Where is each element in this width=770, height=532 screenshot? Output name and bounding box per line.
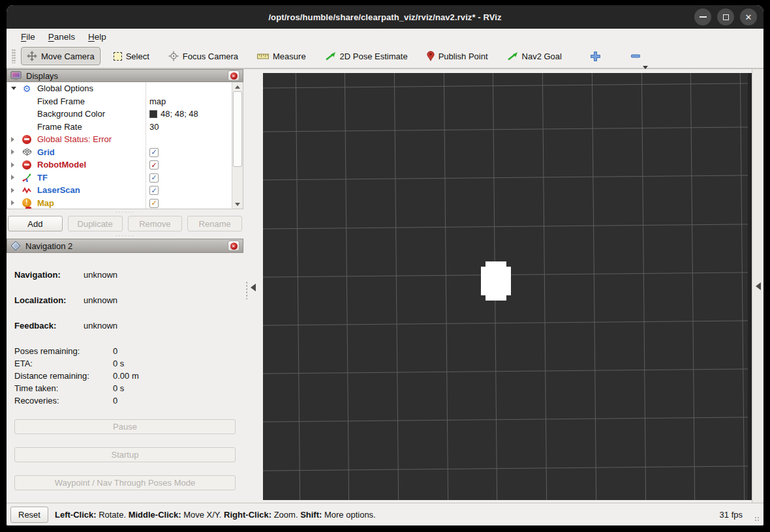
error-icon: [22, 160, 32, 170]
maximize-button[interactable]: [717, 8, 734, 25]
mouse-hints: Left-Click: Rotate. Middle-Click: Move X…: [55, 510, 720, 520]
scroll-down-arrow-icon[interactable]: [232, 200, 243, 209]
stat-row: ETA: 0 s: [14, 357, 236, 370]
tool-measure[interactable]: Measure: [251, 48, 312, 65]
tree-row-global-status[interactable]: Global Status: Error: [7, 133, 243, 146]
background-color-value[interactable]: 48; 48; 48: [149, 109, 198, 119]
nav-status-row: Localization: unknown: [14, 294, 236, 306]
minimize-button[interactable]: [694, 8, 711, 25]
waypoint-mode-button: Waypoint / Nav Through Poses Mode: [14, 475, 236, 490]
tree-row-laserscan[interactable]: LaserScan ✓: [7, 184, 243, 197]
toolbar: Move Camera Select Focus Camera: [7, 44, 763, 69]
displays-panel-header[interactable]: Displays ✕: [7, 69, 243, 82]
reset-button[interactable]: Reset: [10, 507, 48, 523]
nav-stats-block: Poses remaining: 0 ETA: 0 s Distance rem…: [14, 345, 236, 407]
tf-axes-icon: [22, 173, 32, 182]
tool-focus-camera[interactable]: Focus Camera: [162, 47, 244, 65]
tree-row-grid[interactable]: Grid ✓: [7, 146, 243, 159]
map-checkbox[interactable]: ✓: [149, 199, 159, 208]
menubar: File Panels Help: [7, 29, 763, 44]
collapse-left-arrow-icon[interactable]: [251, 284, 256, 291]
tree-row-tf[interactable]: TF ✓: [7, 171, 243, 185]
tool-publish-point[interactable]: Publish Point: [421, 47, 494, 65]
expand-arrow-icon[interactable]: [11, 162, 16, 168]
panel-viewport-splitter[interactable]: [243, 69, 263, 503]
add-tool-button[interactable]: [584, 47, 607, 66]
displays-monitor-icon: [10, 71, 22, 81]
stat-row: Poses remaining: 0: [14, 345, 236, 357]
menu-panels[interactable]: Panels: [42, 31, 82, 43]
stat-row: Recoveries: 0: [14, 394, 236, 407]
collapse-arrow-icon[interactable]: [11, 87, 16, 90]
tree-row-robotmodel[interactable]: RobotModel ✓: [7, 158, 243, 171]
resize-grip[interactable]: [754, 516, 760, 522]
expand-arrow-icon[interactable]: [11, 175, 16, 180]
nav2-diamond-icon: [10, 241, 21, 251]
tree-row-background-color[interactable]: Background Color 48; 48; 48: [7, 108, 243, 121]
check-icon: ✓: [151, 162, 157, 169]
laserscan-checkbox[interactable]: ✓: [149, 186, 159, 195]
add-button[interactable]: Add: [8, 216, 63, 231]
fixed-frame-value[interactable]: map: [149, 96, 166, 106]
eta-value: 0 s: [113, 359, 124, 368]
gear-icon: ⚙: [22, 84, 32, 93]
titlebar: /opt/ros/humble/share/clearpath_viz/rviz…: [7, 5, 763, 29]
publish-point-pin-icon: [427, 51, 435, 61]
color-swatch: [149, 110, 157, 118]
tree-row-global-options[interactable]: ⚙ Global Options: [7, 82, 243, 95]
tree-row-fixed-frame[interactable]: Fixed Frame map: [7, 95, 243, 108]
tool-select[interactable]: Select: [108, 48, 155, 65]
menu-help[interactable]: Help: [82, 31, 113, 43]
distance-remaining-value: 0.00 m: [113, 371, 139, 381]
nav-status-row: Feedback: unknown: [14, 319, 236, 331]
close-icon: ✕: [745, 13, 752, 22]
left-panel-column: Displays ✕ ⚙ Global Options Fixed Frame …: [7, 69, 243, 503]
scroll-up-arrow-icon[interactable]: [232, 82, 243, 91]
grid-icon: [22, 148, 32, 156]
laserscan-icon: [22, 186, 32, 194]
time-taken-value: 0 s: [113, 383, 124, 393]
expand-arrow-icon[interactable]: [11, 188, 16, 193]
stat-row: Distance remaining: 0.00 m: [14, 370, 236, 382]
right-panel-strip[interactable]: [752, 69, 763, 503]
nav2-close-button[interactable]: ✕: [228, 241, 239, 251]
close-button[interactable]: ✕: [740, 8, 757, 25]
pose-estimate-arrow-icon: [325, 52, 336, 61]
displays-panel-title: Displays: [26, 71, 228, 81]
tree-row-frame-rate[interactable]: Frame Rate 30: [7, 121, 243, 134]
render-viewport-3d[interactable]: [263, 73, 752, 500]
nav2-goal-arrow-icon: [507, 52, 518, 61]
robotmodel-checkbox[interactable]: ✓: [149, 160, 159, 170]
panel-splitter-handle[interactable]: ······: [7, 232, 243, 239]
tree-scrollbar[interactable]: [232, 82, 243, 209]
displays-close-button[interactable]: ✕: [228, 70, 239, 81]
tool-2d-pose-estimate[interactable]: 2D Pose Estimate: [319, 48, 414, 65]
minus-icon: [630, 51, 641, 61]
frame-rate-value[interactable]: 30: [149, 122, 159, 132]
expand-arrow-icon[interactable]: [11, 200, 16, 205]
tool-dropdown-arrow-icon[interactable]: [643, 66, 648, 69]
remove-tool-button[interactable]: [624, 47, 647, 65]
check-icon: ✓: [151, 174, 157, 181]
scrollbar-thumb[interactable]: [233, 91, 242, 167]
expand-arrow-icon[interactable]: [11, 137, 16, 142]
menu-file[interactable]: File: [14, 31, 42, 43]
check-icon: ✓: [151, 187, 157, 194]
nav2-panel-header[interactable]: Navigation 2 ✕: [7, 239, 243, 253]
grid-checkbox[interactable]: ✓: [149, 148, 159, 157]
navigation-status-value: unknown: [84, 270, 117, 280]
tf-checkbox[interactable]: ✓: [149, 173, 159, 183]
nav-status-row: Navigation: unknown: [14, 269, 236, 280]
panel-splitter-handle[interactable]: ······: [7, 209, 243, 215]
tree-row-map[interactable]: ! Map ✓: [7, 197, 243, 210]
stat-row: Time taken: 0 s: [14, 382, 236, 394]
focus-camera-icon: [168, 51, 179, 61]
tool-move-camera[interactable]: Move Camera: [21, 47, 100, 65]
statusbar: Reset Left-Click: Rotate. Middle-Click: …: [7, 503, 763, 525]
toolbar-drag-handle[interactable]: [12, 49, 16, 63]
expand-arrow-icon[interactable]: [11, 149, 16, 155]
splitter-dots: [246, 281, 247, 299]
tool-nav2-goal[interactable]: Nav2 Goal: [501, 48, 568, 65]
collapse-left-arrow-icon[interactable]: [756, 282, 761, 290]
localization-status-value: unknown: [84, 295, 117, 305]
